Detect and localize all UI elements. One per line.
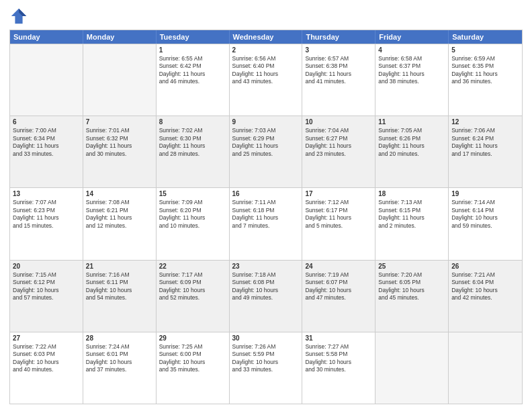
day-cell-15: 15Sunrise: 7:09 AMSunset: 6:20 PMDayligh…: [157, 188, 230, 259]
day-info: Sunrise: 6:59 AMSunset: 6:35 PMDaylight:…: [451, 55, 519, 86]
day-number: 28: [86, 334, 153, 342]
day-info: Sunrise: 7:17 AMSunset: 6:09 PMDaylight:…: [159, 271, 226, 302]
day-number: 30: [232, 334, 300, 342]
day-cell-29: 29Sunrise: 7:25 AMSunset: 6:00 PMDayligh…: [157, 332, 230, 404]
day-info: Sunrise: 7:13 AMSunset: 6:15 PMDaylight:…: [378, 199, 445, 230]
day-cell-27: 27Sunrise: 7:22 AMSunset: 6:03 PMDayligh…: [10, 332, 83, 404]
day-cell-31: 31Sunrise: 7:27 AMSunset: 5:58 PMDayligh…: [302, 332, 375, 404]
calendar: SundayMondayTuesdayWednesdayThursdayFrid…: [9, 30, 523, 404]
day-info: Sunrise: 7:27 AMSunset: 5:58 PMDaylight:…: [305, 343, 372, 374]
day-number: 19: [451, 190, 519, 197]
day-number: 25: [378, 263, 445, 270]
day-number: 4: [378, 46, 445, 54]
weekday-header-saturday: Saturday: [449, 30, 522, 44]
day-cell-1: 1Sunrise: 6:55 AMSunset: 6:42 PMDaylight…: [157, 44, 230, 116]
day-number: 27: [13, 334, 80, 342]
day-info: Sunrise: 7:21 AMSunset: 6:04 PMDaylight:…: [451, 271, 519, 302]
logo: [9, 7, 31, 26]
day-number: 11: [378, 118, 445, 126]
day-cell-20: 20Sunrise: 7:15 AMSunset: 6:12 PMDayligh…: [10, 261, 83, 332]
weekday-header-monday: Monday: [83, 30, 157, 44]
empty-cell: [375, 332, 449, 404]
calendar-row-4: 27Sunrise: 7:22 AMSunset: 6:03 PMDayligh…: [10, 332, 522, 404]
calendar-row-2: 13Sunrise: 7:07 AMSunset: 6:23 PMDayligh…: [10, 187, 522, 259]
logo-icon: [9, 7, 28, 26]
day-info: Sunrise: 7:00 AMSunset: 6:34 PMDaylight:…: [13, 127, 80, 158]
day-number: 20: [13, 263, 80, 270]
day-info: Sunrise: 7:11 AMSunset: 6:18 PMDaylight:…: [232, 199, 300, 230]
calendar-row-3: 20Sunrise: 7:15 AMSunset: 6:12 PMDayligh…: [10, 260, 522, 332]
day-info: Sunrise: 7:15 AMSunset: 6:12 PMDaylight:…: [13, 271, 80, 302]
day-cell-8: 8Sunrise: 7:02 AMSunset: 6:30 PMDaylight…: [157, 116, 230, 187]
day-number: 10: [305, 118, 372, 126]
weekday-header-wednesday: Wednesday: [230, 30, 303, 44]
day-info: Sunrise: 7:24 AMSunset: 6:01 PMDaylight:…: [86, 343, 153, 374]
day-number: 2: [232, 46, 300, 54]
day-cell-7: 7Sunrise: 7:01 AMSunset: 6:32 PMDaylight…: [83, 116, 157, 187]
weekday-header-friday: Friday: [375, 30, 449, 44]
day-cell-6: 6Sunrise: 7:00 AMSunset: 6:34 PMDaylight…: [10, 116, 83, 187]
day-number: 9: [232, 118, 300, 126]
day-info: Sunrise: 7:08 AMSunset: 6:21 PMDaylight:…: [86, 199, 153, 230]
day-number: 5: [451, 46, 519, 54]
calendar-header: SundayMondayTuesdayWednesdayThursdayFrid…: [10, 30, 522, 44]
day-info: Sunrise: 7:25 AMSunset: 6:00 PMDaylight:…: [159, 343, 226, 374]
day-cell-2: 2Sunrise: 6:56 AMSunset: 6:40 PMDaylight…: [230, 44, 303, 116]
day-number: 13: [13, 190, 80, 197]
day-number: 21: [86, 263, 153, 270]
day-cell-18: 18Sunrise: 7:13 AMSunset: 6:15 PMDayligh…: [375, 188, 449, 259]
day-number: 3: [305, 46, 372, 54]
day-number: 17: [305, 190, 372, 197]
day-number: 7: [86, 118, 153, 126]
day-info: Sunrise: 7:18 AMSunset: 6:08 PMDaylight:…: [232, 271, 300, 302]
day-cell-12: 12Sunrise: 7:06 AMSunset: 6:24 PMDayligh…: [449, 116, 522, 187]
day-info: Sunrise: 7:20 AMSunset: 6:05 PMDaylight:…: [378, 271, 445, 302]
day-cell-17: 17Sunrise: 7:12 AMSunset: 6:17 PMDayligh…: [302, 188, 375, 259]
weekday-header-sunday: Sunday: [10, 30, 83, 44]
empty-cell: [83, 44, 157, 116]
day-info: Sunrise: 7:02 AMSunset: 6:30 PMDaylight:…: [159, 127, 226, 158]
calendar-body: 1Sunrise: 6:55 AMSunset: 6:42 PMDaylight…: [10, 44, 522, 404]
day-info: Sunrise: 7:04 AMSunset: 6:27 PMDaylight:…: [305, 127, 372, 158]
day-info: Sunrise: 7:09 AMSunset: 6:20 PMDaylight:…: [159, 199, 226, 230]
day-cell-4: 4Sunrise: 6:58 AMSunset: 6:37 PMDaylight…: [375, 44, 449, 116]
day-cell-24: 24Sunrise: 7:19 AMSunset: 6:07 PMDayligh…: [302, 261, 375, 332]
day-cell-14: 14Sunrise: 7:08 AMSunset: 6:21 PMDayligh…: [83, 188, 157, 259]
day-cell-22: 22Sunrise: 7:17 AMSunset: 6:09 PMDayligh…: [157, 261, 230, 332]
header: [9, 7, 523, 26]
day-cell-5: 5Sunrise: 6:59 AMSunset: 6:35 PMDaylight…: [449, 44, 522, 116]
day-cell-30: 30Sunrise: 7:26 AMSunset: 5:59 PMDayligh…: [230, 332, 303, 404]
day-number: 22: [159, 263, 226, 270]
day-cell-26: 26Sunrise: 7:21 AMSunset: 6:04 PMDayligh…: [449, 261, 522, 332]
day-info: Sunrise: 7:07 AMSunset: 6:23 PMDaylight:…: [13, 199, 80, 230]
day-number: 23: [232, 263, 300, 270]
day-number: 31: [305, 334, 372, 342]
day-cell-16: 16Sunrise: 7:11 AMSunset: 6:18 PMDayligh…: [230, 188, 303, 259]
empty-cell: [10, 44, 83, 116]
weekday-header-thursday: Thursday: [302, 30, 375, 44]
day-cell-28: 28Sunrise: 7:24 AMSunset: 6:01 PMDayligh…: [83, 332, 157, 404]
day-number: 8: [159, 118, 226, 126]
day-cell-19: 19Sunrise: 7:14 AMSunset: 6:14 PMDayligh…: [449, 188, 522, 259]
day-number: 26: [451, 263, 519, 270]
day-info: Sunrise: 6:57 AMSunset: 6:38 PMDaylight:…: [305, 55, 372, 86]
day-cell-11: 11Sunrise: 7:05 AMSunset: 6:26 PMDayligh…: [375, 116, 449, 187]
day-info: Sunrise: 7:03 AMSunset: 6:29 PMDaylight:…: [232, 127, 300, 158]
page: SundayMondayTuesdayWednesdayThursdayFrid…: [0, 0, 532, 411]
day-number: 12: [451, 118, 519, 126]
day-number: 18: [378, 190, 445, 197]
calendar-row-0: 1Sunrise: 6:55 AMSunset: 6:42 PMDaylight…: [10, 44, 522, 116]
day-number: 16: [232, 190, 300, 197]
day-cell-13: 13Sunrise: 7:07 AMSunset: 6:23 PMDayligh…: [10, 188, 83, 259]
day-number: 6: [13, 118, 80, 126]
day-cell-10: 10Sunrise: 7:04 AMSunset: 6:27 PMDayligh…: [302, 116, 375, 187]
day-info: Sunrise: 7:19 AMSunset: 6:07 PMDaylight:…: [305, 271, 372, 302]
day-number: 1: [159, 46, 226, 54]
day-info: Sunrise: 6:56 AMSunset: 6:40 PMDaylight:…: [232, 55, 300, 86]
empty-cell: [449, 332, 522, 404]
day-cell-21: 21Sunrise: 7:16 AMSunset: 6:11 PMDayligh…: [83, 261, 157, 332]
day-number: 15: [159, 190, 226, 197]
day-number: 14: [86, 190, 153, 197]
day-number: 24: [305, 263, 372, 270]
calendar-row-1: 6Sunrise: 7:00 AMSunset: 6:34 PMDaylight…: [10, 116, 522, 187]
